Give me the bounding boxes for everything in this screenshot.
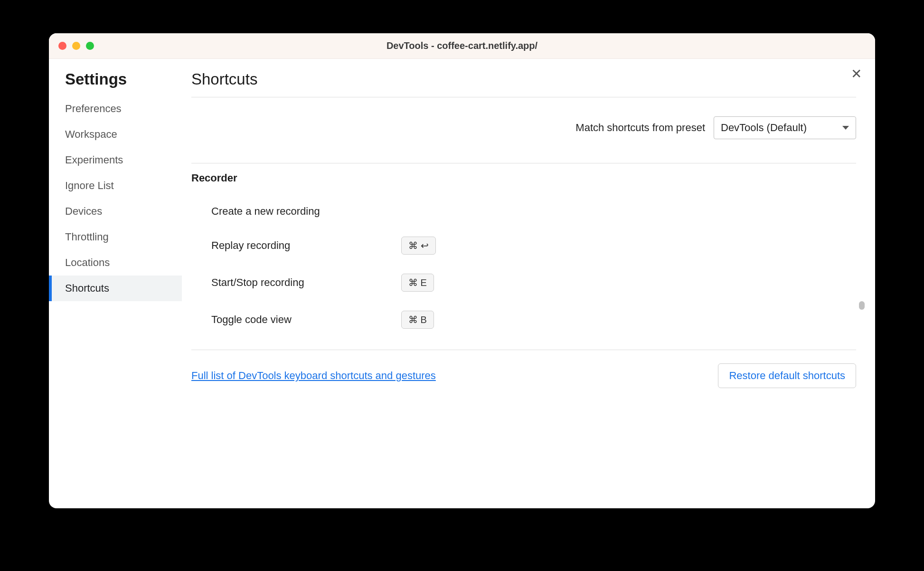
shortcut-name: Start/Stop recording: [211, 276, 401, 289]
restore-defaults-button[interactable]: Restore default shortcuts: [718, 363, 856, 388]
shortcut-row[interactable]: Start/Stop recording ⌘ E: [191, 264, 856, 301]
sidebar-item-label: Shortcuts: [65, 282, 109, 294]
window-title: DevTools - coffee-cart.netlify.app/: [49, 40, 875, 51]
shortcut-keys: ⌘ B: [401, 311, 434, 329]
sidebar-item-ignore-list[interactable]: Ignore List: [49, 173, 182, 199]
shortcut-keys: ⌘ ↩: [401, 237, 436, 255]
sidebar-item-shortcuts[interactable]: Shortcuts: [49, 276, 182, 301]
sidebar-item-label: Throttling: [65, 231, 109, 243]
titlebar: DevTools - coffee-cart.netlify.app/: [49, 33, 875, 59]
main-panel: Shortcuts Match shortcuts from preset De…: [182, 59, 875, 508]
traffic-lights: [58, 42, 94, 50]
sidebar-item-locations[interactable]: Locations: [49, 250, 182, 276]
preset-select-value: DevTools (Default): [721, 122, 807, 134]
preset-select[interactable]: DevTools (Default): [714, 116, 856, 139]
shortcut-name: Replay recording: [211, 239, 401, 252]
minimize-window-button[interactable]: [72, 42, 80, 50]
sidebar-item-label: Ignore List: [65, 180, 114, 191]
sidebar-title: Settings: [49, 70, 182, 96]
settings-sidebar: Settings Preferences Workspace Experimen…: [49, 59, 182, 508]
shortcut-list: Recorder Create a new recording Replay r…: [191, 163, 856, 350]
sidebar-item-throttling[interactable]: Throttling: [49, 224, 182, 250]
sidebar-item-label: Experiments: [65, 154, 123, 166]
sidebar-item-label: Locations: [65, 257, 110, 268]
sidebar-item-label: Preferences: [65, 103, 122, 114]
devtools-window: DevTools - coffee-cart.netlify.app/ ✕ Se…: [49, 33, 875, 508]
footer-row: Full list of DevTools keyboard shortcuts…: [191, 350, 856, 388]
chevron-down-icon: [842, 126, 849, 130]
sidebar-item-experiments[interactable]: Experiments: [49, 147, 182, 173]
preset-label: Match shortcuts from preset: [575, 122, 705, 134]
sidebar-item-label: Devices: [65, 205, 102, 217]
shortcut-name: Toggle code view: [211, 314, 401, 326]
sidebar-item-preferences[interactable]: Preferences: [49, 96, 182, 122]
preset-row: Match shortcuts from preset DevTools (De…: [191, 97, 856, 163]
section-label: Recorder: [191, 172, 856, 184]
full-shortcuts-link[interactable]: Full list of DevTools keyboard shortcuts…: [191, 370, 436, 382]
sidebar-item-devices[interactable]: Devices: [49, 199, 182, 224]
shortcut-row[interactable]: Toggle code view ⌘ B: [191, 301, 856, 338]
close-window-button[interactable]: [58, 42, 66, 50]
content-area: ✕ Settings Preferences Workspace Experim…: [49, 59, 875, 508]
zoom-window-button[interactable]: [86, 42, 94, 50]
shortcut-row[interactable]: Create a new recording: [191, 196, 856, 227]
close-settings-button[interactable]: ✕: [851, 67, 862, 81]
shortcut-name: Create a new recording: [211, 205, 401, 218]
shortcut-row[interactable]: Replay recording ⌘ ↩: [191, 227, 856, 264]
sidebar-item-label: Workspace: [65, 128, 117, 140]
scrollbar-thumb[interactable]: [859, 301, 865, 310]
shortcut-keys: ⌘ E: [401, 274, 434, 292]
sidebar-item-workspace[interactable]: Workspace: [49, 122, 182, 147]
page-title: Shortcuts: [191, 70, 856, 97]
